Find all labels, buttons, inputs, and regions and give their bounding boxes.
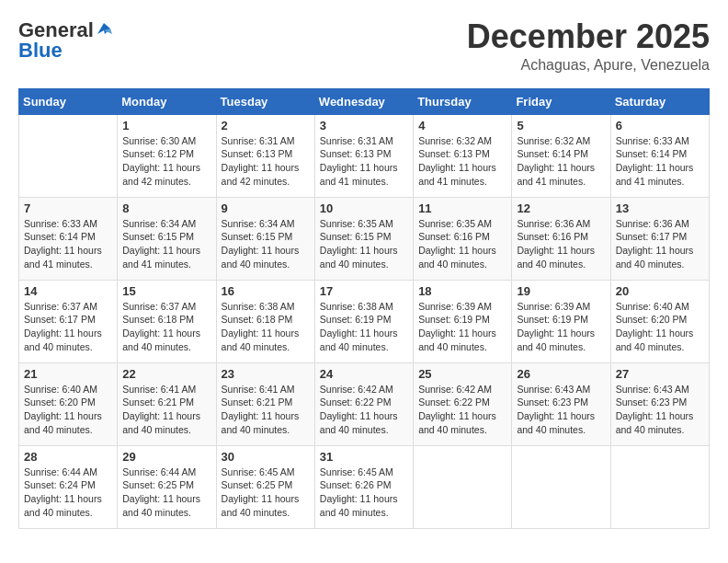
day-number: 18 xyxy=(418,284,506,298)
calendar-cell xyxy=(610,445,709,528)
cell-content: Sunrise: 6:45 AM Sunset: 6:26 PM Dayligh… xyxy=(320,465,408,520)
cell-content: Sunrise: 6:45 AM Sunset: 6:25 PM Dayligh… xyxy=(222,465,310,520)
calendar-cell: 28Sunrise: 6:44 AM Sunset: 6:24 PM Dayli… xyxy=(19,445,118,528)
calendar-cell: 21Sunrise: 6:40 AM Sunset: 6:20 PM Dayli… xyxy=(19,362,118,445)
page-header: General Blue December 2025 Achaguas, Apu… xyxy=(18,18,710,74)
calendar-cell xyxy=(414,445,512,528)
cell-content: Sunrise: 6:43 AM Sunset: 6:23 PM Dayligh… xyxy=(517,383,605,437)
calendar-cell: 14Sunrise: 6:37 AM Sunset: 6:17 PM Dayli… xyxy=(19,280,118,362)
cell-content: Sunrise: 6:38 AM Sunset: 6:19 PM Dayligh… xyxy=(320,300,408,354)
cell-content: Sunrise: 6:44 AM Sunset: 6:24 PM Dayligh… xyxy=(24,465,112,520)
calendar-cell: 13Sunrise: 6:36 AM Sunset: 6:17 PM Dayli… xyxy=(610,197,709,280)
logo-bird-icon xyxy=(96,21,112,38)
logo-blue-text: Blue xyxy=(18,39,63,63)
calendar-cell: 31Sunrise: 6:45 AM Sunset: 6:26 PM Dayli… xyxy=(314,445,413,528)
cell-content: Sunrise: 6:38 AM Sunset: 6:18 PM Dayligh… xyxy=(222,300,310,354)
day-number: 25 xyxy=(418,367,506,381)
day-number: 12 xyxy=(517,201,605,215)
cell-content: Sunrise: 6:42 AM Sunset: 6:22 PM Dayligh… xyxy=(418,383,506,437)
calendar-cell: 10Sunrise: 6:35 AM Sunset: 6:15 PM Dayli… xyxy=(314,197,413,280)
cell-content: Sunrise: 6:40 AM Sunset: 6:20 PM Dayligh… xyxy=(616,300,704,354)
cell-content: Sunrise: 6:39 AM Sunset: 6:19 PM Dayligh… xyxy=(517,300,605,354)
svg-marker-0 xyxy=(97,23,110,34)
day-number: 14 xyxy=(24,284,112,298)
day-number: 8 xyxy=(122,201,210,215)
day-number: 10 xyxy=(320,201,408,215)
day-number: 5 xyxy=(517,119,605,132)
day-number: 6 xyxy=(616,119,704,132)
day-number: 28 xyxy=(24,450,112,464)
calendar-week-row: 14Sunrise: 6:37 AM Sunset: 6:17 PM Dayli… xyxy=(19,280,710,362)
calendar-cell: 25Sunrise: 6:42 AM Sunset: 6:22 PM Dayli… xyxy=(414,362,512,445)
day-number: 4 xyxy=(418,119,506,132)
calendar-cell: 8Sunrise: 6:34 AM Sunset: 6:15 PM Daylig… xyxy=(118,197,216,280)
calendar-cell: 15Sunrise: 6:37 AM Sunset: 6:18 PM Dayli… xyxy=(118,280,216,362)
calendar-cell: 6Sunrise: 6:33 AM Sunset: 6:14 PM Daylig… xyxy=(610,114,709,197)
cell-content: Sunrise: 6:33 AM Sunset: 6:14 PM Dayligh… xyxy=(616,134,704,189)
day-number: 27 xyxy=(616,367,704,381)
cell-content: Sunrise: 6:37 AM Sunset: 6:17 PM Dayligh… xyxy=(24,300,112,354)
cell-content: Sunrise: 6:34 AM Sunset: 6:15 PM Dayligh… xyxy=(122,217,210,271)
cell-content: Sunrise: 6:44 AM Sunset: 6:25 PM Dayligh… xyxy=(122,465,210,520)
day-of-week-header: Monday xyxy=(118,88,216,114)
cell-content: Sunrise: 6:39 AM Sunset: 6:19 PM Dayligh… xyxy=(418,300,506,354)
day-number: 17 xyxy=(320,284,408,298)
calendar-cell: 24Sunrise: 6:42 AM Sunset: 6:22 PM Dayli… xyxy=(314,362,413,445)
calendar-cell: 20Sunrise: 6:40 AM Sunset: 6:20 PM Dayli… xyxy=(610,280,709,362)
calendar-week-row: 21Sunrise: 6:40 AM Sunset: 6:20 PM Dayli… xyxy=(19,362,710,445)
day-number: 3 xyxy=(320,119,408,132)
calendar-cell: 16Sunrise: 6:38 AM Sunset: 6:18 PM Dayli… xyxy=(216,280,314,362)
month-title: December 2025 xyxy=(467,18,710,55)
cell-content: Sunrise: 6:31 AM Sunset: 6:13 PM Dayligh… xyxy=(222,134,310,189)
calendar-cell: 2Sunrise: 6:31 AM Sunset: 6:13 PM Daylig… xyxy=(216,114,314,197)
cell-content: Sunrise: 6:34 AM Sunset: 6:15 PM Dayligh… xyxy=(222,217,310,271)
day-of-week-header: Saturday xyxy=(610,88,709,114)
calendar-cell xyxy=(19,114,118,197)
calendar-week-row: 7Sunrise: 6:33 AM Sunset: 6:14 PM Daylig… xyxy=(19,197,710,280)
calendar-week-row: 1Sunrise: 6:30 AM Sunset: 6:12 PM Daylig… xyxy=(19,114,710,197)
day-number: 15 xyxy=(122,284,210,298)
calendar-table: SundayMondayTuesdayWednesdayThursdayFrid… xyxy=(18,88,710,529)
day-number: 20 xyxy=(616,284,704,298)
calendar-cell: 11Sunrise: 6:35 AM Sunset: 6:16 PM Dayli… xyxy=(414,197,512,280)
day-number: 22 xyxy=(122,367,210,381)
day-of-week-header: Sunday xyxy=(19,88,118,114)
day-number: 9 xyxy=(222,201,310,215)
calendar-cell: 5Sunrise: 6:32 AM Sunset: 6:14 PM Daylig… xyxy=(512,114,610,197)
cell-content: Sunrise: 6:42 AM Sunset: 6:22 PM Dayligh… xyxy=(320,383,408,437)
cell-content: Sunrise: 6:43 AM Sunset: 6:23 PM Dayligh… xyxy=(616,383,704,437)
calendar-cell: 12Sunrise: 6:36 AM Sunset: 6:16 PM Dayli… xyxy=(512,197,610,280)
calendar-cell: 30Sunrise: 6:45 AM Sunset: 6:25 PM Dayli… xyxy=(216,445,314,528)
calendar-header-row: SundayMondayTuesdayWednesdayThursdayFrid… xyxy=(19,88,710,114)
cell-content: Sunrise: 6:36 AM Sunset: 6:17 PM Dayligh… xyxy=(616,217,704,271)
day-number: 30 xyxy=(222,450,310,464)
day-number: 19 xyxy=(517,284,605,298)
calendar-cell: 22Sunrise: 6:41 AM Sunset: 6:21 PM Dayli… xyxy=(118,362,216,445)
cell-content: Sunrise: 6:32 AM Sunset: 6:14 PM Dayligh… xyxy=(517,134,605,189)
calendar-cell: 4Sunrise: 6:32 AM Sunset: 6:13 PM Daylig… xyxy=(414,114,512,197)
day-number: 16 xyxy=(222,284,310,298)
day-number: 13 xyxy=(616,201,704,215)
calendar-cell: 23Sunrise: 6:41 AM Sunset: 6:21 PM Dayli… xyxy=(216,362,314,445)
title-block: December 2025 Achaguas, Apure, Venezuela xyxy=(467,18,710,74)
day-number: 26 xyxy=(517,367,605,381)
calendar-cell: 7Sunrise: 6:33 AM Sunset: 6:14 PM Daylig… xyxy=(19,197,118,280)
day-of-week-header: Tuesday xyxy=(216,88,314,114)
calendar-cell: 9Sunrise: 6:34 AM Sunset: 6:15 PM Daylig… xyxy=(216,197,314,280)
calendar-cell: 29Sunrise: 6:44 AM Sunset: 6:25 PM Dayli… xyxy=(118,445,216,528)
calendar-cell: 27Sunrise: 6:43 AM Sunset: 6:23 PM Dayli… xyxy=(610,362,709,445)
calendar-cell xyxy=(512,445,610,528)
calendar-cell: 18Sunrise: 6:39 AM Sunset: 6:19 PM Dayli… xyxy=(414,280,512,362)
cell-content: Sunrise: 6:37 AM Sunset: 6:18 PM Dayligh… xyxy=(122,300,210,354)
day-of-week-header: Friday xyxy=(512,88,610,114)
cell-content: Sunrise: 6:41 AM Sunset: 6:21 PM Dayligh… xyxy=(222,383,310,437)
calendar-week-row: 28Sunrise: 6:44 AM Sunset: 6:24 PM Dayli… xyxy=(19,445,710,528)
logo: General Blue xyxy=(18,18,112,63)
day-number: 11 xyxy=(418,201,506,215)
cell-content: Sunrise: 6:33 AM Sunset: 6:14 PM Dayligh… xyxy=(24,217,112,271)
day-of-week-header: Thursday xyxy=(414,88,512,114)
cell-content: Sunrise: 6:36 AM Sunset: 6:16 PM Dayligh… xyxy=(517,217,605,271)
day-of-week-header: Wednesday xyxy=(314,88,413,114)
day-number: 31 xyxy=(320,450,408,464)
day-number: 29 xyxy=(122,450,210,464)
